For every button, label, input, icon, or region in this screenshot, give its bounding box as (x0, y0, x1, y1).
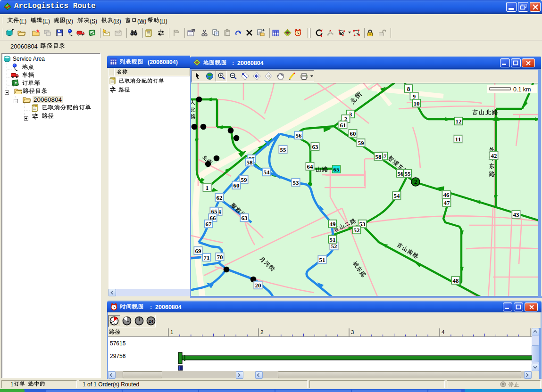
svg-text:4: 4 (442, 329, 445, 335)
svg-text:47: 47 (444, 199, 450, 206)
svg-text:63: 63 (242, 214, 248, 221)
svg-text:55: 55 (405, 170, 411, 177)
svg-text:64: 64 (307, 163, 314, 170)
svg-text:3: 3 (351, 329, 354, 335)
svg-text:42: 42 (491, 152, 497, 159)
svg-text:59: 59 (358, 139, 365, 147)
svg-text:12: 12 (456, 118, 462, 125)
svg-text:67: 67 (206, 220, 212, 228)
svg-text:70: 70 (217, 253, 223, 261)
svg-text:54: 54 (394, 192, 400, 199)
svg-text:59: 59 (241, 176, 248, 183)
svg-text:52: 52 (354, 227, 360, 234)
svg-text:53: 53 (293, 179, 300, 186)
svg-text:43: 43 (513, 211, 520, 218)
svg-text:1: 1 (170, 329, 173, 335)
svg-text:8: 8 (407, 85, 410, 92)
svg-text:62: 62 (217, 194, 223, 201)
svg-text:51: 51 (330, 236, 336, 243)
svg-text:58: 58 (375, 153, 382, 160)
svg-text:24: 24 (149, 319, 153, 324)
svg-text:20: 20 (255, 282, 261, 289)
svg-text:58: 58 (247, 159, 253, 166)
svg-text:0.1 km: 0.1 km (513, 86, 531, 93)
svg-text:2: 2 (260, 329, 263, 335)
svg-text:60: 60 (233, 182, 240, 189)
svg-text:60: 60 (350, 130, 356, 137)
svg-text:69: 69 (195, 247, 202, 254)
svg-text:71: 71 (204, 254, 210, 261)
svg-text:46: 46 (443, 191, 450, 198)
svg-text:49: 49 (330, 220, 336, 228)
svg-text:54: 54 (264, 169, 270, 176)
svg-text:9: 9 (413, 93, 416, 100)
svg-text:2: 2 (414, 179, 417, 185)
svg-text:61: 61 (340, 122, 346, 129)
svg-text:55: 55 (280, 146, 287, 153)
svg-text:63: 63 (312, 143, 319, 150)
svg-text:48: 48 (453, 277, 459, 284)
svg-text:65: 65 (334, 166, 340, 173)
svg-text:56: 56 (296, 132, 302, 139)
svg-text:10: 10 (414, 100, 420, 107)
svg-text:51: 51 (319, 256, 325, 263)
svg-text:56: 56 (398, 170, 404, 177)
svg-text:11: 11 (455, 136, 461, 143)
svg-text:1: 1 (206, 184, 209, 191)
